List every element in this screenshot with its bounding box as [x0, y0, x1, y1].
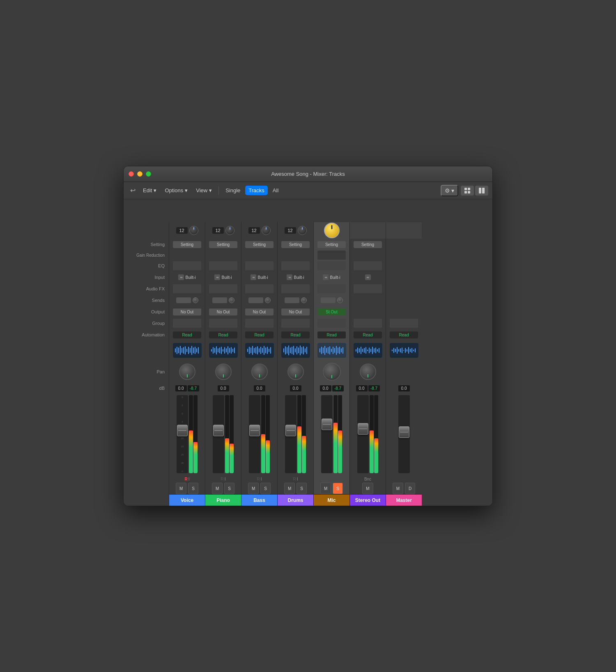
master-m-button[interactable]: M: [393, 483, 403, 494]
drums-m-button[interactable]: M: [284, 483, 295, 494]
voice-output-btn[interactable]: No Out: [173, 308, 202, 315]
close-button[interactable]: [129, 171, 134, 177]
bass-send-bar[interactable]: [248, 297, 263, 303]
mic-input[interactable]: ∞ Built-i: [321, 274, 342, 281]
drums-pan-knob[interactable]: [287, 364, 304, 380]
master-fader-main[interactable]: [398, 395, 410, 473]
channel-drums: 12 Setting ∞ Built-i: [277, 222, 313, 506]
stereoout-automation-btn[interactable]: Read: [354, 331, 382, 338]
mic-pan-knob[interactable]: [323, 363, 341, 381]
voice-fader-main[interactable]: 6 3 0 3 6 10 15 20 30 ∞: [177, 395, 188, 473]
bass-input[interactable]: ∞ Built-i: [249, 274, 269, 281]
drums-send-bar[interactable]: [285, 297, 299, 303]
master-fader-handle[interactable]: [399, 426, 409, 438]
bass-m-button[interactable]: M: [248, 483, 259, 494]
master-d-button[interactable]: D: [405, 483, 415, 494]
back-button[interactable]: ↩: [128, 185, 138, 196]
piano-output-btn[interactable]: No Out: [209, 308, 238, 315]
piano-fader-handle[interactable]: [213, 425, 224, 436]
grid-view-button[interactable]: [461, 186, 474, 196]
drums-input[interactable]: ∞ Built-i: [285, 274, 306, 281]
split-view-button[interactable]: [475, 186, 488, 196]
piano-send-knob[interactable]: [229, 297, 234, 303]
piano-input[interactable]: ∞ Built-i: [213, 274, 233, 281]
voice-automation-btn[interactable]: Read: [173, 331, 202, 338]
stereoout-m-button[interactable]: M: [362, 483, 373, 494]
mic-fader-main[interactable]: [321, 395, 333, 473]
master-track-name[interactable]: Master: [386, 494, 422, 506]
options-menu[interactable]: Options ▾: [161, 186, 191, 195]
drums-mini-knob[interactable]: [298, 226, 307, 235]
gear-button[interactable]: ⚙ ▾: [441, 185, 458, 196]
bass-output-btn[interactable]: No Out: [245, 308, 274, 315]
maximize-button[interactable]: [146, 171, 151, 177]
piano-automation-btn[interactable]: Read: [209, 331, 238, 338]
master-waveform-btn[interactable]: [390, 343, 418, 358]
stereoout-pan-knob[interactable]: [360, 364, 376, 380]
drums-fader-main[interactable]: [285, 395, 297, 473]
view-menu[interactable]: View ▾: [193, 186, 215, 195]
piano-track-name[interactable]: Piano: [205, 494, 241, 506]
voice-waveform-btn[interactable]: [173, 343, 202, 358]
drums-fader-handle[interactable]: [285, 425, 296, 436]
piano-setting-btn[interactable]: Setting: [209, 241, 238, 248]
mic-fader-handle[interactable]: [322, 419, 332, 430]
all-button[interactable]: All: [269, 186, 282, 195]
piano-waveform-btn[interactable]: [209, 343, 238, 358]
piano-m-button[interactable]: M: [212, 483, 223, 494]
drums-setting-btn[interactable]: Setting: [281, 241, 310, 248]
stereoout-fader-main[interactable]: [357, 395, 369, 473]
voice-track-name[interactable]: Voice: [169, 494, 205, 506]
piano-mini-knob[interactable]: [225, 226, 234, 235]
voice-setting-btn[interactable]: Setting: [173, 241, 202, 248]
bass-waveform-btn[interactable]: [245, 343, 274, 358]
mic-waveform-btn[interactable]: [317, 343, 346, 358]
stereoout-waveform-btn[interactable]: [354, 343, 382, 358]
bass-mini-knob[interactable]: [262, 226, 271, 235]
mic-m-button[interactable]: M: [320, 483, 331, 494]
mic-setting-btn[interactable]: Setting: [317, 241, 346, 248]
mic-automation-btn[interactable]: Read: [317, 331, 346, 338]
piano-s-button[interactable]: S: [224, 483, 234, 494]
voice-mini-knob[interactable]: [189, 226, 198, 235]
drums-track-name[interactable]: Drums: [278, 494, 313, 506]
bass-fader-main[interactable]: [249, 395, 260, 473]
drums-s-button[interactable]: S: [297, 483, 307, 494]
tracks-button[interactable]: Tracks: [245, 186, 268, 195]
stereoout-fader-handle[interactable]: [358, 423, 368, 435]
mic-send-bar[interactable]: [321, 297, 336, 303]
bass-pan-knob[interactable]: [251, 364, 268, 380]
voice-fader-handle[interactable]: [177, 425, 188, 436]
mic-output-btn[interactable]: St Out: [317, 308, 346, 315]
bass-send-knob[interactable]: [265, 297, 271, 303]
drums-automation-btn[interactable]: Read: [281, 331, 310, 338]
stereoout-setting-btn[interactable]: Setting: [354, 241, 382, 248]
stereoout-output-btn[interactable]: [354, 311, 382, 313]
drums-send-knob[interactable]: [301, 297, 307, 303]
drums-output-btn[interactable]: No Out: [281, 308, 310, 315]
piano-pan-knob[interactable]: [215, 364, 232, 380]
piano-send-bar[interactable]: [212, 297, 227, 303]
stereoout-track-name[interactable]: Stereo Out: [350, 494, 386, 506]
drums-waveform-btn[interactable]: [281, 343, 310, 358]
edit-menu[interactable]: Edit ▾: [140, 186, 160, 195]
single-button[interactable]: Single: [222, 186, 244, 195]
voice-send-knob[interactable]: [193, 297, 198, 303]
voice-input[interactable]: ∞ Built-i: [177, 274, 197, 281]
mic-track-name[interactable]: Mic: [314, 494, 349, 506]
master-automation-btn[interactable]: Read: [390, 331, 418, 338]
mic-send-knob[interactable]: [337, 297, 343, 303]
voice-pan-knob[interactable]: [179, 364, 195, 380]
piano-fader-main[interactable]: [213, 395, 224, 473]
bass-fader-handle[interactable]: [249, 425, 260, 436]
bass-automation-btn[interactable]: Read: [245, 331, 274, 338]
voice-s-button[interactable]: S: [188, 483, 198, 494]
bass-track-name[interactable]: Bass: [241, 494, 277, 506]
minimize-button[interactable]: [137, 171, 143, 177]
voice-m-button[interactable]: M: [176, 483, 186, 494]
bass-s-button[interactable]: S: [260, 483, 271, 494]
voice-send-bar[interactable]: [176, 297, 191, 303]
mic-s-button[interactable]: S: [333, 483, 343, 494]
mic-yellow-knob[interactable]: [324, 223, 340, 238]
bass-setting-btn[interactable]: Setting: [245, 241, 274, 248]
